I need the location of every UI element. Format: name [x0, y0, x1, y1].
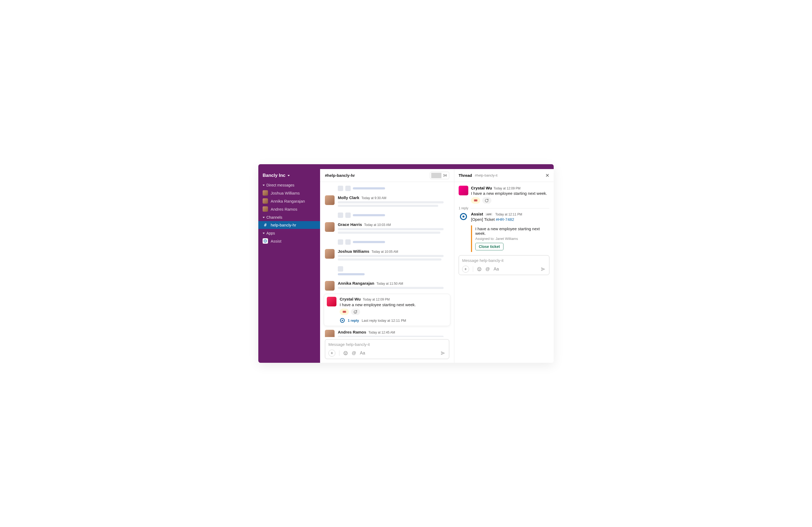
- caret-down-icon: [263, 232, 265, 234]
- message-time: Today at 12:09 PM: [494, 186, 520, 190]
- message[interactable]: Annika RangarajanToday at 11:50 AM: [320, 279, 454, 293]
- formatting-icon[interactable]: Aa: [494, 267, 499, 272]
- svg-point-2: [354, 311, 357, 313]
- thread-reply[interactable]: Assist APP Today at 12:11 PM [Open] Tick…: [454, 211, 554, 224]
- message-time: Today at 12:45 AM: [368, 331, 395, 334]
- svg-point-4: [342, 320, 343, 321]
- mention-icon[interactable]: @: [352, 351, 356, 356]
- svg-point-1: [265, 240, 266, 241]
- thread-pane: Thread #help-bancly-it ✕ Crystal WuToday…: [454, 169, 554, 363]
- channel-header: #help-bancly-hr 34: [320, 169, 454, 182]
- channel-pane: #help-bancly-hr 34 Molly Clar: [320, 169, 454, 363]
- message-author: Crystal Wu: [471, 186, 492, 190]
- thread-subtitle[interactable]: #help-bancly-it: [475, 174, 497, 177]
- thread-header: Thread #help-bancly-it ✕: [454, 169, 554, 182]
- composer-input[interactable]: [462, 258, 546, 263]
- message[interactable]: Grace HarrisToday at 10:03 AM: [320, 220, 454, 237]
- message[interactable]: Andres RamosToday at 12:45 AM: [320, 328, 454, 337]
- section-apps[interactable]: Apps: [258, 229, 320, 237]
- avatar: [325, 249, 335, 259]
- svg-point-13: [480, 269, 480, 269]
- caret-down-icon: [263, 185, 265, 186]
- send-icon[interactable]: [540, 267, 546, 272]
- message-author: Andres Ramos: [338, 330, 366, 334]
- close-icon[interactable]: ✕: [545, 172, 549, 178]
- thread-title: Thread: [459, 173, 472, 178]
- add-reaction-button[interactable]: [351, 308, 360, 315]
- reaction-ticket-emoji[interactable]: 🎟️: [340, 308, 349, 315]
- ticket-attachment: I have a new employee starting next week…: [471, 225, 549, 252]
- last-reply-time: Last reply today at 12:11 PM: [362, 318, 406, 322]
- section-channels[interactable]: Channels: [258, 213, 320, 221]
- app-badge: APP: [485, 213, 492, 216]
- message-text: I have a new employee starting next week…: [471, 191, 549, 196]
- avatar: [325, 195, 335, 205]
- formatting-icon[interactable]: Aa: [360, 351, 365, 356]
- message-time: Today at 12:11 PM: [495, 212, 522, 216]
- message-time: Today at 10:03 AM: [364, 223, 391, 227]
- mention-icon[interactable]: @: [485, 267, 490, 272]
- message-author: Molly Clark: [338, 195, 359, 200]
- channel-title[interactable]: #help-bancly-hr: [325, 173, 355, 178]
- channel-item-help-bancly-hr[interactable]: # help-bancly-hr: [258, 221, 320, 229]
- channel-composer[interactable]: + @ Aa: [325, 339, 449, 359]
- reply-count: 1 reply: [348, 318, 359, 322]
- message-placeholder: [320, 210, 454, 220]
- sidebar: Bancly Inc Direct messages Joshua Willia…: [258, 169, 320, 363]
- avatar: [327, 297, 336, 306]
- avatar: [325, 330, 335, 337]
- attach-button[interactable]: +: [329, 350, 335, 357]
- assist-app-icon: [263, 238, 268, 244]
- workspace-name: Bancly Inc: [263, 173, 286, 178]
- composer-input[interactable]: [329, 342, 446, 347]
- message-author: Grace Harris: [338, 222, 362, 227]
- hash-icon: #: [263, 223, 268, 228]
- slack-window: Bancly Inc Direct messages Joshua Willia…: [258, 164, 554, 363]
- member-avatars-icon: [431, 173, 441, 178]
- svg-point-12: [478, 269, 479, 269]
- thread-message-list[interactable]: Crystal WuToday at 12:09 PM I have a new…: [454, 182, 554, 363]
- emoji-icon[interactable]: [343, 351, 348, 356]
- workspace-switcher[interactable]: Bancly Inc: [258, 169, 320, 181]
- app-item-assist[interactable]: Assist: [258, 237, 320, 245]
- dm-item[interactable]: Joshua Williams: [258, 189, 320, 197]
- avatar: [325, 281, 335, 291]
- message[interactable]: Joshua WilliamsToday at 10:05 AM: [320, 247, 454, 264]
- add-reaction-button[interactable]: [482, 197, 491, 204]
- avatar: [263, 206, 268, 212]
- message-placeholder: [320, 264, 454, 279]
- caret-down-icon: [263, 217, 265, 218]
- emoji-icon[interactable]: [477, 267, 482, 272]
- ticket-assignee: Assigned to: Janet Williams: [475, 237, 549, 241]
- message-author: Assist: [471, 212, 483, 216]
- dm-item[interactable]: Andres Ramos: [258, 205, 320, 213]
- thread-summary[interactable]: 1 reply Last reply today at 12:11 PM: [340, 318, 445, 323]
- ticket-status-line: [Open] Ticket #HR-7482: [471, 217, 549, 222]
- member-count-chip[interactable]: 34: [430, 172, 449, 179]
- message-author: Crystal Wu: [340, 297, 361, 301]
- ticket-link[interactable]: #HR-7482: [496, 217, 514, 222]
- message-list[interactable]: Molly ClarkToday at 9:30 AM Grace Harris…: [320, 182, 454, 337]
- thread-composer[interactable]: + @ Aa: [459, 255, 549, 275]
- attach-button[interactable]: +: [462, 266, 469, 273]
- message-author: Joshua Williams: [338, 249, 369, 254]
- close-ticket-button[interactable]: Close ticket: [475, 243, 504, 250]
- message-placeholder: [320, 237, 454, 247]
- reaction-ticket-emoji[interactable]: 🎟️: [471, 197, 480, 204]
- svg-point-6: [345, 352, 345, 353]
- assist-app-icon: [340, 318, 345, 323]
- svg-point-10: [462, 215, 465, 217]
- section-direct-messages[interactable]: Direct messages: [258, 181, 320, 189]
- avatar: [325, 222, 335, 232]
- thread-root-message[interactable]: Crystal WuToday at 12:09 PM I have a new…: [454, 185, 554, 206]
- dm-item[interactable]: Annika Rangarajan: [258, 197, 320, 205]
- reply-separator: 1 reply: [454, 206, 554, 211]
- message-highlight-card[interactable]: Crystal WuToday at 12:09 PM I have a new…: [324, 294, 450, 326]
- message-author: Annika Rangarajan: [338, 281, 374, 286]
- chevron-down-icon: [288, 175, 290, 176]
- message-time: Today at 11:50 AM: [376, 282, 403, 286]
- send-icon[interactable]: [440, 350, 446, 356]
- message[interactable]: Molly ClarkToday at 9:30 AM: [320, 193, 454, 210]
- svg-point-8: [485, 199, 488, 202]
- svg-point-7: [346, 352, 347, 353]
